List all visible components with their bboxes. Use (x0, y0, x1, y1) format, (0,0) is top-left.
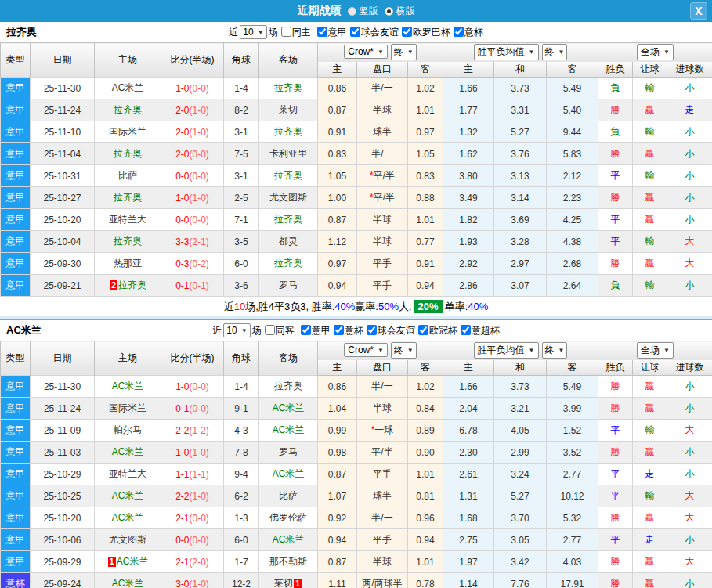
league-filter-4-checkbox[interactable] (461, 325, 471, 335)
away-team-cell[interactable]: 尤文图斯 (259, 187, 318, 209)
home-team-name[interactable]: 拉齐奥 (114, 192, 142, 203)
radio-vertical-icon[interactable] (348, 7, 356, 16)
away-team-name[interactable]: 尤文图斯 (269, 192, 307, 203)
league-filter-0-checkbox[interactable] (301, 325, 311, 335)
away-team-name[interactable]: 罗马 (279, 446, 298, 457)
period-select[interactable]: 全场▼ (637, 44, 674, 60)
league-filter-0-checkbox[interactable] (317, 27, 327, 37)
league-filter-2-label[interactable]: 球会友谊 (378, 325, 415, 336)
away-team-cell[interactable]: AC米兰 (259, 529, 318, 551)
home-team-cell[interactable]: 国际米兰 (95, 121, 161, 143)
away-team-cell[interactable]: AC米兰 (259, 464, 318, 485)
away-team-cell[interactable]: 拉齐奥 (259, 253, 318, 275)
away-team-name[interactable]: 比萨 (279, 490, 298, 501)
odds-stage-select[interactable]: 终▼ (391, 342, 417, 359)
same-venue-filter[interactable]: 同主 (278, 26, 311, 39)
home-team-name[interactable]: 国际米兰 (109, 126, 146, 137)
home-team-cell[interactable]: 热那亚 (95, 253, 161, 275)
away-team-name[interactable]: 莱切 (274, 578, 293, 588)
bookmaker-select[interactable]: Crow*▼ (344, 343, 388, 357)
home-team-cell[interactable]: 亚特兰大 (95, 464, 161, 485)
league-filter-2-label[interactable]: 欧罗巴杯 (413, 27, 450, 38)
away-team-name[interactable]: 都灵 (279, 236, 298, 247)
avg-type-select[interactable]: 胜平负均值▼ (474, 44, 539, 60)
league-filter-2-checkbox[interactable] (367, 325, 377, 335)
away-team-cell[interactable]: 那不勒斯 (259, 551, 318, 573)
league-filter-1[interactable]: 球会友谊 (347, 26, 399, 39)
home-team-name[interactable]: AC米兰 (112, 512, 144, 523)
league-filter-1[interactable]: 意杯 (331, 324, 363, 337)
match-count-select[interactable]: 10▼ (223, 323, 250, 337)
home-team-cell[interactable]: AC米兰 (95, 485, 161, 507)
league-filter-4[interactable]: 意超杯 (457, 324, 500, 337)
same-venue-filter-label[interactable]: 同主 (292, 27, 311, 38)
home-team-name[interactable]: 尤文图斯 (109, 534, 146, 545)
away-team-cell[interactable]: 拉齐奥 (259, 78, 318, 99)
away-team-name[interactable]: 拉齐奥 (274, 170, 302, 181)
away-team-name[interactable]: AC米兰 (273, 424, 305, 435)
home-team-name[interactable]: AC米兰 (112, 490, 144, 501)
home-team-cell[interactable]: 比萨 (95, 165, 161, 187)
home-team-name[interactable]: AC米兰 (112, 82, 144, 93)
away-team-name[interactable]: 拉齐奥 (274, 381, 302, 391)
away-team-name[interactable]: 那不勒斯 (269, 556, 307, 567)
away-team-name[interactable]: 莱切 (279, 104, 298, 115)
league-filter-2[interactable]: 球会友谊 (363, 324, 415, 337)
league-filter-1-label[interactable]: 意杯 (345, 325, 363, 336)
layout-mode-horizontal[interactable]: 横版 (385, 5, 415, 18)
away-team-name[interactable]: AC米兰 (273, 402, 305, 413)
home-team-cell[interactable]: AC米兰 (95, 442, 161, 464)
league-filter-0[interactable]: 意甲 (314, 26, 347, 39)
league-filter-1-label[interactable]: 球会友谊 (361, 27, 399, 38)
away-team-name[interactable]: AC米兰 (273, 468, 305, 479)
league-filter-3-label[interactable]: 欧冠杯 (429, 325, 457, 336)
away-team-name[interactable]: 卡利亚里 (269, 148, 307, 159)
away-team-cell[interactable]: 拉齐奥 (259, 165, 318, 187)
home-team-cell[interactable]: 帕尔马 (95, 420, 161, 442)
bookmaker-select[interactable]: Crow*▼ (344, 45, 388, 59)
match-count-select[interactable]: 10▼ (240, 25, 266, 39)
home-team-name[interactable]: 热那亚 (114, 258, 142, 269)
league-filter-3-checkbox[interactable] (418, 325, 428, 335)
home-team-name[interactable]: 拉齐奥 (114, 148, 142, 159)
away-team-cell[interactable]: 比萨 (259, 485, 318, 507)
period-select[interactable]: 全场▼ (637, 342, 674, 359)
home-team-name[interactable]: AC米兰 (112, 381, 144, 391)
same-venue-filter-checkbox[interactable] (281, 27, 291, 37)
same-venue-filter-checkbox[interactable] (265, 325, 275, 335)
away-team-cell[interactable]: 莱切1 (259, 573, 318, 588)
away-team-cell[interactable]: 莱切 (259, 99, 318, 121)
away-team-cell[interactable]: 卡利亚里 (259, 143, 318, 165)
league-filter-3[interactable]: 欧冠杯 (415, 324, 457, 337)
home-team-cell[interactable]: 拉齐奥 (95, 187, 161, 209)
league-filter-0-label[interactable]: 意甲 (328, 27, 347, 38)
odds-stage-select[interactable]: 终▼ (391, 44, 417, 60)
avg-stage-select[interactable]: 终▼ (542, 342, 568, 359)
layout-mode-vertical[interactable]: 竖版 (348, 5, 378, 18)
home-team-cell[interactable]: AC米兰 (95, 376, 161, 398)
close-icon[interactable]: X (690, 2, 707, 20)
away-team-cell[interactable]: 拉齐奥 (259, 209, 318, 231)
away-team-name[interactable]: 拉齐奥 (274, 258, 302, 269)
home-team-cell[interactable]: AC米兰 (95, 507, 161, 529)
avg-type-select[interactable]: 胜平负均值▼ (474, 342, 539, 359)
home-team-name[interactable]: 国际米兰 (109, 402, 146, 413)
home-team-cell[interactable]: 2拉齐奥 (95, 275, 161, 297)
home-team-name[interactable]: 亚特兰大 (109, 468, 146, 479)
avg-stage-select[interactable]: 终▼ (542, 44, 568, 60)
league-filter-2[interactable]: 欧罗巴杯 (399, 26, 450, 39)
away-team-cell[interactable]: 罗马 (259, 275, 318, 297)
radio-horizontal-label[interactable]: 横版 (396, 5, 415, 18)
home-team-name[interactable]: 比萨 (118, 170, 137, 181)
home-team-cell[interactable]: 拉齐奥 (95, 231, 161, 253)
home-team-cell[interactable]: 拉齐奥 (95, 143, 161, 165)
home-team-name[interactable]: AC米兰 (117, 556, 149, 567)
league-filter-4-label[interactable]: 意超杯 (472, 325, 500, 336)
home-team-cell[interactable]: 1AC米兰 (95, 551, 161, 573)
league-filter-1-checkbox[interactable] (334, 325, 344, 335)
away-team-name[interactable]: 拉齐奥 (274, 82, 302, 93)
away-team-cell[interactable]: 罗马 (259, 442, 318, 464)
away-team-cell[interactable]: 佛罗伦萨 (259, 507, 318, 529)
league-filter-0[interactable]: 意甲 (298, 324, 331, 337)
away-team-name[interactable]: 佛罗伦萨 (269, 512, 307, 523)
